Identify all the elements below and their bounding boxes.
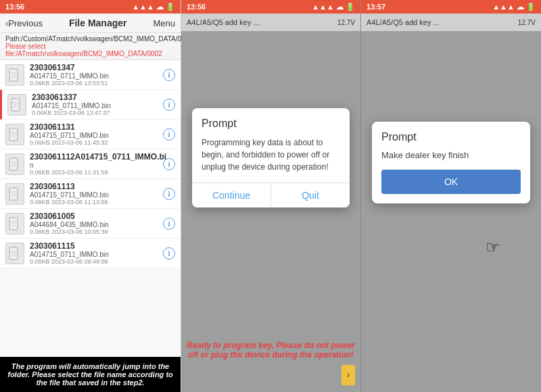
signal-3: ▲▲▲ ☁ 🔋: [492, 3, 536, 11]
file-info: 2303061337A014715_0711_IMMO.bin0.06KB 20…: [32, 93, 163, 116]
info-button[interactable]: i: [163, 218, 175, 230]
file-folder: 2303061005: [30, 212, 163, 221]
voltage-3: 12.7V: [518, 19, 536, 26]
file-info: 2303061131A014715_0711_IMMO.bin0.06KB 20…: [30, 122, 163, 146]
file-name: A014715_0711_IMMO.bin: [30, 251, 163, 258]
list-item[interactable]: 2303061337A014715_0711_IMMO.bin0.06KB 20…: [0, 90, 181, 120]
cursor-hand-icon: ☞: [486, 238, 500, 257]
file-meta: 0.06KB 2023-03-06 10:05:39: [30, 228, 163, 235]
prompt-title-2: Prompt: [381, 131, 521, 143]
file-meta: 0.06KB 2023-03-06 11:45:32: [30, 139, 163, 146]
ready-text: Ready to program key, Please do not powe…: [187, 341, 355, 360]
list-item[interactable]: 2303061113A014715_0711_IMMO.bin0.06KB 20…: [0, 179, 181, 209]
signal-2: ▲▲▲ ☁ 🔋: [312, 3, 355, 11]
file-icon: [5, 153, 24, 175]
prompt-dialog-1: Prompt Programming key data is about to …: [192, 108, 350, 207]
panel-prompt-2: 13:57 ▲▲▲ ☁ 🔋 A4L/A5/Q5 add key ... 12.7…: [361, 0, 541, 392]
list-item[interactable]: 2303061347A014715_0711_IMMO.bin0.06KB 20…: [0, 60, 181, 90]
file-name: A014715_0711_IMMO.bin: [30, 191, 163, 199]
file-icon: [7, 94, 26, 116]
info-button[interactable]: i: [163, 188, 175, 200]
nav-bar-1: ‹ Previous File Manager Menu: [0, 14, 181, 33]
file-icon: [5, 64, 24, 86]
bottom-note-1: The program will automatically jump into…: [0, 357, 181, 392]
file-icon: [5, 213, 24, 235]
file-icon: [5, 124, 24, 145]
file-folder: 2303061131: [30, 122, 163, 132]
voltage-2: 12.7V: [337, 19, 355, 26]
file-folder: 2303061115: [30, 241, 163, 251]
back-button[interactable]: ‹ Previous: [5, 18, 43, 28]
info-button[interactable]: i: [163, 69, 175, 81]
top-bar-title-3: A4L/A5/Q5 add key ...: [367, 18, 440, 26]
list-item[interactable]: 2303061005A044684_0435_IMMO.bin0.06KB 20…: [0, 209, 181, 239]
file-folder: 2303061113: [30, 182, 163, 191]
signal-icons-1: ▲▲▲ ☁ 🔋: [132, 3, 175, 11]
file-meta: 0.06KB 2023-03-06 09:49:08: [30, 258, 163, 265]
info-button[interactable]: i: [163, 99, 175, 111]
selected-path: Please select file:/ATmatch/volkswagen/B…: [5, 43, 175, 57]
prompt-body-1: Programming key data is about to begin, …: [202, 137, 340, 173]
file-info: 2303061115A014715_0711_IMMO.bin0.06KB 20…: [30, 241, 163, 265]
panel-file-manager: 13:56 ▲▲▲ ☁ 🔋 ‹ Previous File Manager Me…: [0, 0, 181, 392]
status-bar-1: 13:56 ▲▲▲ ☁ 🔋: [0, 0, 181, 14]
file-meta: 0.06KB 2023-03-06 13:47:37: [32, 109, 163, 116]
file-info: 2303061112A014715_0711_IMMO.bin0.06KB 20…: [30, 152, 163, 176]
status-bar-3: 13:57 ▲▲▲ ☁ 🔋: [361, 0, 541, 14]
scroll-arrow[interactable]: ›: [342, 365, 355, 385]
current-path: Path:/Custom/ATmatch/volkswagen/BCM2_IMM…: [5, 35, 175, 43]
prompt-title-1: Prompt: [202, 118, 340, 130]
file-name: n: [30, 162, 163, 169]
continue-button[interactable]: Continue: [192, 183, 271, 207]
list-item[interactable]: 2303061131A014715_0711_IMMO.bin0.06KB 20…: [0, 120, 181, 149]
path-bar: Path:/Custom/ATmatch/volkswagen/BCM2_IMM…: [0, 33, 181, 60]
file-info: 2303061113A014715_0711_IMMO.bin0.06KB 20…: [30, 182, 163, 205]
info-button[interactable]: i: [163, 158, 175, 170]
file-folder: 2303061347: [30, 63, 163, 72]
file-list: 2303061347A014715_0711_IMMO.bin0.06KB 20…: [0, 60, 181, 357]
prompt-body-2: Make dealer key finish: [381, 150, 521, 160]
list-item[interactable]: 2303061112A014715_0711_IMMO.bin0.06KB 20…: [0, 149, 181, 179]
ok-button[interactable]: OK: [381, 170, 521, 194]
file-info: 2303061005A044684_0435_IMMO.bin0.06KB 20…: [30, 212, 163, 235]
time-1: 13:56: [5, 3, 24, 11]
list-item[interactable]: 2303061115A014715_0711_IMMO.bin0.06KB 20…: [0, 239, 181, 268]
bottom-note-2: Ready to program key, Please do not powe…: [181, 335, 360, 365]
menu-button[interactable]: Menu: [153, 18, 175, 28]
prompt-buttons-1: Continue Quit: [192, 182, 350, 207]
file-folder: 2303061337: [32, 93, 163, 102]
file-icon: [5, 243, 24, 264]
top-bar-title-2: A4L/A5/Q5 add key ...: [187, 18, 260, 26]
info-button[interactable]: i: [163, 247, 175, 260]
file-name: A014715_0711_IMMO.bin: [30, 72, 163, 80]
quit-button[interactable]: Quit: [271, 183, 350, 207]
file-meta: 0.06KB 2023-03-06 11:13:06: [30, 199, 163, 205]
panel-prompt-1: 13:56 ▲▲▲ ☁ 🔋 A4L/A5/Q5 add key ... 12.7…: [181, 0, 361, 392]
prompt-dialog-2: Prompt Make dealer key finish OK: [372, 122, 530, 203]
file-info: 2303061347A014715_0711_IMMO.bin0.06KB 20…: [30, 63, 163, 87]
file-name: A044684_0435_IMMO.bin: [30, 221, 163, 228]
previous-label: Previous: [8, 18, 43, 28]
top-bar-3: A4L/A5/Q5 add key ... 12.7V: [361, 14, 541, 31]
time-3: 13:57: [367, 3, 385, 11]
file-name: A014715_0711_IMMO.bin: [32, 102, 163, 109]
status-bar-2: 13:56 ▲▲▲ ☁ 🔋: [181, 0, 360, 14]
top-bar-2: A4L/A5/Q5 add key ... 12.7V: [181, 14, 360, 31]
file-meta: 0.06KB 2023-03-06 11:31:59: [30, 169, 163, 176]
file-folder: 2303061112A014715_0711_IMMO.bi: [30, 152, 163, 162]
file-icon: [5, 183, 24, 205]
info-button[interactable]: i: [163, 128, 175, 141]
file-meta: 0.06KB 2023-03-06 13:53:51: [30, 80, 163, 87]
time-2: 13:56: [187, 3, 206, 11]
nav-title: File Manager: [48, 18, 148, 28]
file-name: A014715_0711_IMMO.bin: [30, 132, 163, 139]
